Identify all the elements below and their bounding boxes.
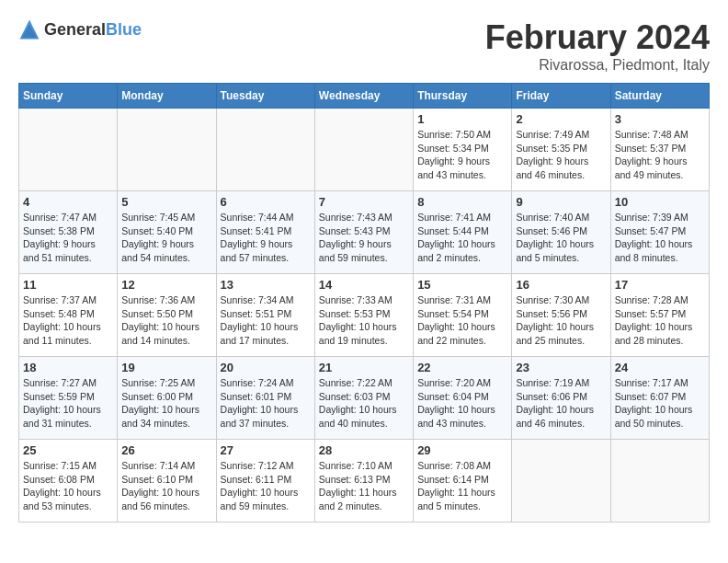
calendar-cell: 13Sunrise: 7:34 AM Sunset: 5:51 PM Dayli… (216, 274, 314, 357)
calendar-cell: 3Sunrise: 7:48 AM Sunset: 5:37 PM Daylig… (610, 109, 709, 191)
day-number: 9 (516, 195, 606, 209)
calendar-cell: 22Sunrise: 7:20 AM Sunset: 6:04 PM Dayli… (414, 357, 512, 440)
day-info: Sunrise: 7:20 AM Sunset: 6:04 PM Dayligh… (417, 376, 507, 431)
day-number: 14 (319, 278, 409, 292)
day-info: Sunrise: 7:30 AM Sunset: 5:56 PM Dayligh… (516, 293, 606, 348)
day-number: 17 (615, 278, 705, 292)
calendar-cell: 15Sunrise: 7:31 AM Sunset: 5:54 PM Dayli… (414, 274, 512, 357)
day-info: Sunrise: 7:43 AM Sunset: 5:43 PM Dayligh… (319, 211, 409, 265)
calendar-cell: 28Sunrise: 7:10 AM Sunset: 6:13 PM Dayli… (314, 440, 413, 523)
day-number: 2 (516, 112, 606, 126)
day-info: Sunrise: 7:17 AM Sunset: 6:07 PM Dayligh… (615, 376, 705, 431)
day-number: 8 (417, 195, 507, 209)
day-number: 12 (121, 278, 211, 292)
calendar-cell: 26Sunrise: 7:14 AM Sunset: 6:10 PM Dayli… (118, 440, 216, 523)
day-number: 13 (221, 278, 311, 292)
day-info: Sunrise: 7:25 AM Sunset: 6:00 PM Dayligh… (121, 376, 211, 431)
logo-icon (18, 18, 40, 40)
calendar-cell: 4Sunrise: 7:47 AM Sunset: 5:38 PM Daylig… (19, 191, 118, 274)
location-subtitle: Rivarossa, Piedmont, Italy (485, 57, 710, 74)
day-info: Sunrise: 7:47 AM Sunset: 5:38 PM Dayligh… (23, 211, 113, 265)
weekday-header-saturday: Saturday (610, 84, 709, 109)
calendar-week-3: 11Sunrise: 7:37 AM Sunset: 5:48 PM Dayli… (19, 274, 710, 357)
day-number: 27 (221, 443, 311, 457)
calendar-cell: 27Sunrise: 7:12 AM Sunset: 6:11 PM Dayli… (216, 440, 314, 523)
calendar-week-5: 25Sunrise: 7:15 AM Sunset: 6:08 PM Dayli… (19, 440, 710, 523)
day-number: 24 (615, 361, 705, 374)
calendar: SundayMondayTuesdayWednesdayThursdayFrid… (18, 83, 710, 523)
day-number: 3 (615, 112, 705, 126)
day-info: Sunrise: 7:45 AM Sunset: 5:40 PM Dayligh… (121, 211, 211, 265)
day-number: 18 (23, 361, 113, 374)
logo-blue: Blue (106, 20, 142, 39)
day-number: 21 (319, 361, 409, 374)
day-info: Sunrise: 7:50 AM Sunset: 5:34 PM Dayligh… (417, 128, 507, 182)
day-info: Sunrise: 7:08 AM Sunset: 6:14 PM Dayligh… (417, 459, 507, 513)
day-info: Sunrise: 7:36 AM Sunset: 5:50 PM Dayligh… (121, 293, 211, 348)
day-info: Sunrise: 7:44 AM Sunset: 5:41 PM Dayligh… (221, 211, 311, 265)
day-info: Sunrise: 7:15 AM Sunset: 6:08 PM Dayligh… (23, 459, 113, 513)
calendar-cell: 7Sunrise: 7:43 AM Sunset: 5:43 PM Daylig… (314, 191, 413, 274)
calendar-cell: 16Sunrise: 7:30 AM Sunset: 5:56 PM Dayli… (512, 274, 610, 357)
day-info: Sunrise: 7:28 AM Sunset: 5:57 PM Dayligh… (615, 293, 705, 348)
weekday-header-thursday: Thursday (414, 84, 512, 109)
day-info: Sunrise: 7:39 AM Sunset: 5:47 PM Dayligh… (615, 211, 705, 265)
calendar-cell: 21Sunrise: 7:22 AM Sunset: 6:03 PM Dayli… (314, 357, 413, 440)
day-info: Sunrise: 7:34 AM Sunset: 5:51 PM Dayligh… (221, 293, 311, 348)
day-number: 25 (23, 443, 113, 457)
weekday-header-wednesday: Wednesday (314, 84, 413, 109)
calendar-cell: 9Sunrise: 7:40 AM Sunset: 5:46 PM Daylig… (512, 191, 610, 274)
day-info: Sunrise: 7:12 AM Sunset: 6:11 PM Dayligh… (221, 459, 311, 513)
calendar-cell: 11Sunrise: 7:37 AM Sunset: 5:48 PM Dayli… (19, 274, 118, 357)
day-info: Sunrise: 7:31 AM Sunset: 5:54 PM Dayligh… (417, 293, 507, 348)
day-info: Sunrise: 7:49 AM Sunset: 5:35 PM Dayligh… (516, 128, 606, 182)
calendar-cell: 8Sunrise: 7:41 AM Sunset: 5:44 PM Daylig… (414, 191, 512, 274)
calendar-cell: 12Sunrise: 7:36 AM Sunset: 5:50 PM Dayli… (118, 274, 216, 357)
weekday-header-friday: Friday (512, 84, 610, 109)
day-info: Sunrise: 7:40 AM Sunset: 5:46 PM Dayligh… (516, 211, 606, 265)
day-number: 29 (417, 443, 507, 457)
title-area: February 2024 Rivarossa, Piedmont, Italy (485, 18, 710, 74)
calendar-week-2: 4Sunrise: 7:47 AM Sunset: 5:38 PM Daylig… (19, 191, 710, 274)
day-info: Sunrise: 7:22 AM Sunset: 6:03 PM Dayligh… (319, 376, 409, 431)
day-info: Sunrise: 7:33 AM Sunset: 5:53 PM Dayligh… (319, 293, 409, 348)
calendar-cell: 17Sunrise: 7:28 AM Sunset: 5:57 PM Dayli… (610, 274, 709, 357)
calendar-cell (512, 440, 610, 523)
day-number: 1 (417, 112, 507, 126)
weekday-header-monday: Monday (118, 84, 216, 109)
calendar-cell: 20Sunrise: 7:24 AM Sunset: 6:01 PM Dayli… (216, 357, 314, 440)
day-number: 28 (319, 443, 409, 457)
day-info: Sunrise: 7:14 AM Sunset: 6:10 PM Dayligh… (121, 459, 211, 513)
calendar-header-row: SundayMondayTuesdayWednesdayThursdayFrid… (19, 84, 710, 109)
logo-general: General (44, 20, 106, 39)
calendar-cell (314, 109, 413, 191)
calendar-cell: 23Sunrise: 7:19 AM Sunset: 6:06 PM Dayli… (512, 357, 610, 440)
calendar-cell (118, 109, 216, 191)
calendar-cell: 1Sunrise: 7:50 AM Sunset: 5:34 PM Daylig… (414, 109, 512, 191)
calendar-cell (610, 440, 709, 523)
day-number: 22 (417, 361, 507, 374)
header: GeneralBlue February 2024 Rivarossa, Pie… (18, 18, 710, 74)
calendar-week-1: 1Sunrise: 7:50 AM Sunset: 5:34 PM Daylig… (19, 109, 710, 191)
day-number: 4 (23, 195, 113, 209)
day-info: Sunrise: 7:10 AM Sunset: 6:13 PM Dayligh… (319, 459, 409, 513)
calendar-cell: 25Sunrise: 7:15 AM Sunset: 6:08 PM Dayli… (19, 440, 118, 523)
calendar-cell: 2Sunrise: 7:49 AM Sunset: 5:35 PM Daylig… (512, 109, 610, 191)
day-info: Sunrise: 7:48 AM Sunset: 5:37 PM Dayligh… (615, 128, 705, 182)
calendar-cell: 5Sunrise: 7:45 AM Sunset: 5:40 PM Daylig… (118, 191, 216, 274)
day-number: 16 (516, 278, 606, 292)
calendar-cell: 18Sunrise: 7:27 AM Sunset: 5:59 PM Dayli… (19, 357, 118, 440)
day-info: Sunrise: 7:27 AM Sunset: 5:59 PM Dayligh… (23, 376, 113, 431)
calendar-cell (216, 109, 314, 191)
day-info: Sunrise: 7:24 AM Sunset: 6:01 PM Dayligh… (221, 376, 311, 431)
calendar-cell: 6Sunrise: 7:44 AM Sunset: 5:41 PM Daylig… (216, 191, 314, 274)
calendar-cell: 29Sunrise: 7:08 AM Sunset: 6:14 PM Dayli… (414, 440, 512, 523)
weekday-header-sunday: Sunday (19, 84, 118, 109)
calendar-week-4: 18Sunrise: 7:27 AM Sunset: 5:59 PM Dayli… (19, 357, 710, 440)
day-number: 10 (615, 195, 705, 209)
day-number: 5 (121, 195, 211, 209)
month-title: February 2024 (485, 18, 710, 57)
day-number: 15 (417, 278, 507, 292)
day-number: 23 (516, 361, 606, 374)
day-number: 11 (23, 278, 113, 292)
